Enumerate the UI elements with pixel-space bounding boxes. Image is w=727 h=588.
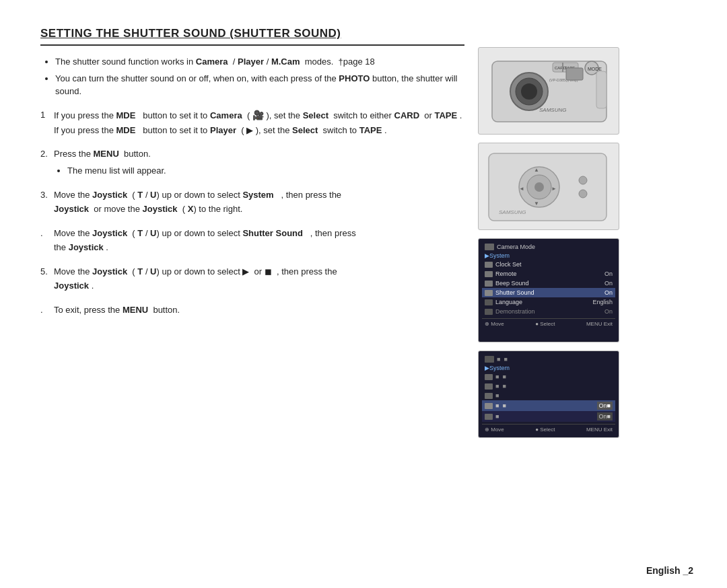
menu-shutter-value: On [604,289,613,296]
step-3: 3. Move the Joystick ( T / U) up or down… [40,188,464,217]
menu-term2: MENU [123,305,148,315]
menu2-footer-menu: MENU Exit [586,427,613,433]
menu-language-row: Language English [482,297,615,307]
menu-beep-label: Beep Sound [495,280,602,287]
menu-term: MENU [94,149,119,159]
menu-footer-menu: MENU Exit [586,321,613,327]
page-footer: English _2 [646,565,693,576]
step-6-content: To exit, press the MENU button. [54,303,180,317]
menu-footer-select: ● Select [535,321,555,327]
menu-remote-value: On [604,270,613,277]
intro-bullets: The shutter sound function works in Came… [40,55,464,98]
step-5-content: Move the Joystick ( T / U) up or down to… [54,264,337,293]
step-1-content: If you press the MDE button to set it to… [54,108,462,138]
step-4: . Move the Joystick ( T / U) up or down … [40,226,464,255]
menu-demo-value: On [604,308,613,315]
tape-term: TAPE [434,110,457,120]
menu-language-value: English [592,299,613,305]
svg-text:▲: ▲ [534,167,539,173]
joystick-term6: Joystick [92,266,127,277]
menu-language-label: Language [495,299,590,305]
menu-system-label: ▶System [482,252,615,260]
svg-text:SAMSUNG: SAMSUNG [499,209,526,215]
menu-box-2: ■ ■ ▶System ■ ■ ■ ■ ■ ■ ■ On■ [478,351,619,438]
svg-point-22 [579,176,587,184]
menu-clock-row: Clock Set [482,260,615,269]
step-3-content: Move the Joystick ( T / U) up or down to… [54,188,341,217]
menu2-on-row: ■ ■ On■ [482,400,615,411]
camera-term: Camera [196,57,228,67]
svg-text:►: ► [551,186,557,192]
footer-page: 2 [688,565,693,576]
page-title: SETTING THE SHUTTER SOUND (SHUTTER SOUND… [40,27,464,46]
system-term: System [242,190,273,200]
photo-term: PHOTO [339,73,370,83]
menu-shutter-label: Shutter Sound [495,289,602,296]
menu2-off-row: ■ On■ [482,411,615,422]
step-2-bullet: The menu list will appear. [67,163,166,178]
menu2-system-label: ▶System [482,364,615,372]
player-term2: Player [210,125,236,135]
mode-term2: MDE [116,125,136,135]
step-4-number: . [40,226,54,255]
step-4-content: Move the Joystick ( T / U) up or down to… [54,226,356,255]
footer-language: English [646,565,681,576]
camera-term2: Camera [210,110,242,120]
menu-box-1: Camera Mode ▶System Clock Set Remote On … [478,238,619,342]
svg-text:◄: ◄ [519,186,524,192]
menu-clock-label: Clock Set [495,261,610,268]
joystick-term: Joystick [92,190,127,200]
camera-svg-2: ▲ ▼ ◄ ► SAMSUNG [479,143,619,230]
svg-text:▼: ▼ [534,200,539,207]
svg-rect-6 [562,63,563,72]
intro-bullet-1: The shutter sound function works in Came… [55,55,464,69]
step-1: 1 If you press the MDE button to set it … [40,108,464,138]
step-2-number: 2. [40,147,54,178]
menu-remote-label: Remote [495,270,602,277]
camera-image-2: ▲ ▼ ◄ ► SAMSUNG [478,143,619,230]
shutter-sound-term: Shutter Sound [242,228,303,238]
step-6-number: . [40,303,54,317]
svg-point-3 [521,83,537,100]
tape-term2: TAPE [359,125,382,135]
menu2-title: ■ ■ [497,356,508,363]
joystick-term5: Joystick [69,242,104,252]
step-6: . To exit, press the MENU button. [40,303,464,317]
menu2-row2: ■ ■ [482,381,615,391]
joystick-term4: Joystick [92,228,127,238]
svg-rect-12 [596,71,607,108]
svg-text:MODE: MODE [588,67,602,71]
mode-term: MDE [116,110,136,120]
menu2-footer-move: ⊕ Move [485,427,504,433]
menu2-footer-select: ● Select [535,427,555,433]
intro-bullet-2: You can turn the shutter sound on or off… [55,72,464,98]
menu2-row3: ■ [482,391,615,400]
step-1-number: 1 [40,108,54,138]
svg-point-23 [579,190,587,198]
camera-svg-1: CARD TAPE MODE (VP-D385(i) only) SAMSUNG [479,48,619,135]
card-term: CARD [394,110,420,120]
menu2-row1: ■ ■ [482,372,615,381]
svg-rect-13 [566,68,583,80]
menu-camera-mode: Camera Mode [497,244,535,250]
menu-demo-row: Demonstration On [482,307,615,316]
menu-footer-2: ⊕ Move ● Select MENU Exit [482,424,615,433]
menu-shutter-row: Shutter Sound On [482,288,615,297]
menu-footer-move: ⊕ Move [485,321,504,327]
select-term2: Select [292,125,318,135]
menu-footer-1: ⊕ Move ● Select MENU Exit [482,318,615,328]
menu-demo-label: Demonstration [495,308,602,315]
step-5: 5. Move the Joystick ( T / U) up or down… [40,264,464,293]
svg-point-17 [534,182,544,192]
joystick-term3: Joystick [143,204,178,214]
player-term: Player [238,57,264,67]
step-2: 2. Press the MENU button. The menu list … [40,147,464,178]
menu-beep-value: On [604,280,613,287]
step-2-content: Press the MENU button. The menu list wil… [54,147,166,178]
menu-beep-row: Beep Sound On [482,279,615,288]
joystick-term2: Joystick [54,204,89,214]
select-term: Select [303,110,328,120]
camera-image-1: CARD TAPE MODE (VP-D385(i) only) SAMSUNG [478,47,619,135]
menu-remote-row: Remote On [482,269,615,279]
svg-text:SAMSUNG: SAMSUNG [539,107,566,113]
